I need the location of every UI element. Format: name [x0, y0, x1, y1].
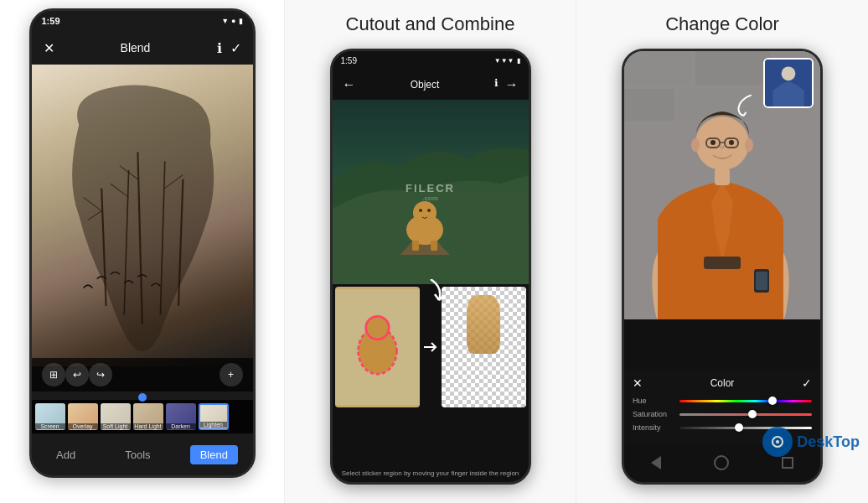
svg-point-33: [729, 140, 734, 145]
info-icon[interactable]: ℹ: [217, 40, 222, 56]
phone-mockup-left: 1:59 ▼ ● ▮ ✕ Blend ℹ ✓: [29, 8, 256, 478]
man-image-area: [624, 51, 820, 319]
head-silhouette: [43, 80, 242, 351]
intensity-thumb[interactable]: [735, 423, 743, 432]
desktop-watermark: DeskTop: [762, 427, 860, 457]
filecr-watermark: FILECR .com: [406, 182, 455, 202]
filter-darken[interactable]: Darken: [166, 403, 196, 430]
svg-point-35: [745, 138, 753, 152]
grid-tool-btn[interactable]: ⊞: [42, 363, 65, 386]
check-color-icon[interactable]: ✓: [802, 376, 812, 390]
filter-lighten-label: Lighten: [200, 422, 227, 428]
add-tool-btn[interactable]: +: [220, 363, 243, 386]
undo-tool-btn[interactable]: ↩: [65, 363, 89, 386]
nav-add-btn[interactable]: Add: [46, 445, 85, 464]
arrow-right-svg: [422, 339, 439, 355]
svg-rect-25: [624, 89, 674, 121]
cutout-figure: [467, 295, 500, 354]
filter-hardlight-label: Hard Light: [133, 423, 163, 429]
hue-thumb[interactable]: [768, 397, 777, 405]
status-time: 1:59: [42, 16, 60, 26]
filter-softlight[interactable]: Soft Light: [101, 403, 131, 430]
wifi-icon: ●: [231, 17, 235, 25]
desktop-logo: [762, 427, 793, 457]
filter-overlay-label: Overlay: [68, 423, 98, 429]
home-nav-icon[interactable]: [714, 455, 729, 470]
color-panel-header: ✕ Color ✓: [633, 376, 812, 390]
status-bar-left: 1:59 ▼ ● ▮: [32, 11, 253, 31]
down-arrow-svg: [414, 279, 447, 309]
svg-point-43: [776, 440, 779, 443]
main-image-area: [32, 65, 253, 366]
saturation-label: Saturation: [633, 410, 674, 418]
recents-nav-icon[interactable]: [782, 457, 793, 469]
filter-screen-label: Screen: [35, 423, 65, 429]
saturation-slider-row: Saturation: [633, 410, 812, 418]
phone2-header: ← Object ℹ →: [333, 70, 529, 100]
lion-image-area: FILECR .com: [333, 100, 529, 284]
object-title: Object: [411, 79, 440, 91]
back-nav-icon[interactable]: [651, 456, 661, 469]
cutout-before: [335, 287, 420, 407]
svg-rect-38: [756, 272, 767, 290]
right-panel: Change Color: [576, 0, 868, 503]
svg-point-12: [413, 201, 437, 225]
hue-label: Hue: [633, 397, 674, 405]
filter-softlight-label: Soft Light: [101, 423, 131, 429]
bottom-nav-left: Add Tools Blend: [32, 433, 253, 475]
signal-icon-2: ▼▼▼: [494, 57, 514, 65]
hue-slider-row: Hue: [633, 397, 812, 405]
close-icon[interactable]: ✕: [44, 40, 54, 56]
tools-bar: ⊞ ↩ ↪ +: [32, 358, 253, 392]
status-time-2: 1:59: [341, 56, 357, 65]
back-arrow-icon[interactable]: ←: [343, 77, 356, 92]
svg-point-16: [427, 209, 431, 212]
signal-icon: ▼: [221, 17, 229, 25]
svg-point-32: [710, 140, 716, 145]
progress-indicator: [138, 393, 147, 402]
cutout-after: [442, 287, 526, 407]
forward-arrow-icon[interactable]: →: [505, 77, 519, 92]
saturation-thumb[interactable]: [748, 410, 757, 418]
svg-point-40: [782, 66, 796, 80]
close-color-icon[interactable]: ✕: [633, 376, 643, 390]
filecr-sub: .com: [406, 194, 455, 202]
svg-point-15: [419, 209, 422, 212]
thumb-svg: [765, 60, 812, 106]
svg-point-34: [691, 138, 700, 152]
desktop-logo-svg: [767, 432, 788, 452]
redo-tool-btn[interactable]: ↪: [89, 363, 112, 386]
hue-track[interactable]: [679, 400, 812, 402]
filter-lighten[interactable]: Lighten: [199, 403, 229, 430]
phone-mockup-right: ✕ Color ✓ Hue Saturation Intensity: [622, 49, 823, 485]
svg-point-19: [365, 316, 389, 340]
color-panel-title: Color: [643, 377, 802, 389]
filter-screen[interactable]: Screen: [35, 403, 65, 430]
phone-header-left: ✕ Blend ℹ ✓: [32, 31, 253, 65]
svg-rect-22: [624, 51, 691, 85]
filter-overlay[interactable]: Overlay: [68, 403, 98, 430]
status-icons: ▼ ● ▮: [221, 17, 242, 25]
change-color-title: Change Color: [665, 13, 779, 35]
nav-tools-btn[interactable]: Tools: [115, 445, 160, 464]
corner-thumbnail: [763, 58, 814, 108]
before-svg: [335, 287, 420, 407]
filter-darken-label: Darken: [166, 423, 196, 429]
battery-icon-2: ▮: [517, 57, 520, 65]
intensity-label: Intensity: [633, 423, 674, 432]
info-icon-2[interactable]: ℹ: [494, 77, 499, 92]
filters-bar: Screen Overlay Soft Light Hard Light Dar…: [32, 400, 253, 433]
svg-rect-23: [695, 51, 771, 85]
middle-panel: Cutout and Combine 1:59 ▼▼▼ ▮ ← Object ℹ…: [285, 0, 576, 503]
battery-icon: ▮: [239, 17, 243, 25]
svg-rect-13: [412, 241, 419, 251]
phone-mockup-middle: 1:59 ▼▼▼ ▮ ← Object ℹ →: [330, 49, 531, 485]
nav-blend-btn[interactable]: Blend: [190, 445, 238, 464]
desktop-text: DeskTop: [797, 433, 860, 451]
svg-rect-27: [704, 257, 741, 269]
svg-rect-36: [715, 169, 730, 185]
blend-title: Blend: [121, 41, 151, 54]
saturation-track[interactable]: [679, 413, 812, 416]
filter-hardlight[interactable]: Hard Light: [133, 403, 163, 430]
check-icon[interactable]: ✓: [230, 40, 241, 56]
